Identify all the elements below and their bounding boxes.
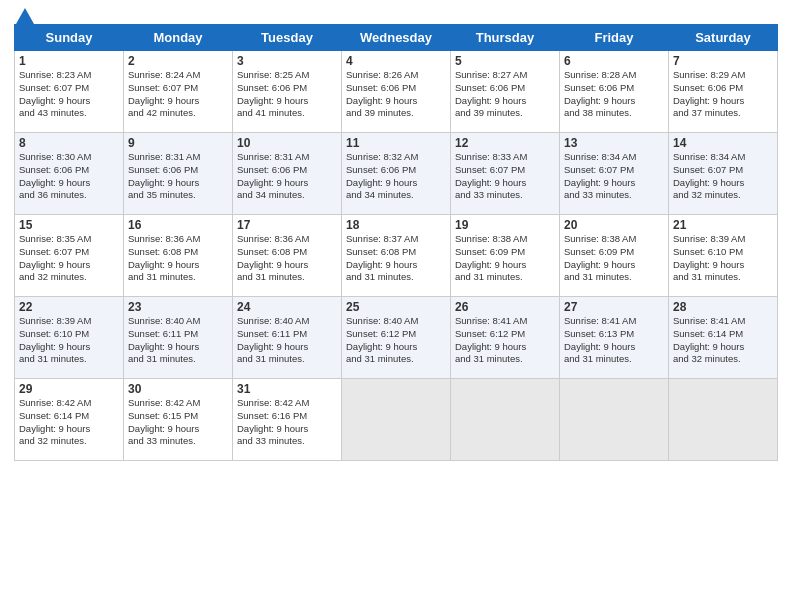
calendar-cell: 1Sunrise: 8:23 AMSunset: 6:07 PMDaylight… bbox=[15, 51, 124, 133]
daylight-text: and 33 minutes. bbox=[455, 189, 555, 202]
daylight-text: Daylight: 9 hours bbox=[455, 341, 555, 354]
week-row-4: 22Sunrise: 8:39 AMSunset: 6:10 PMDayligh… bbox=[15, 297, 778, 379]
calendar-cell: 27Sunrise: 8:41 AMSunset: 6:13 PMDayligh… bbox=[560, 297, 669, 379]
calendar-cell: 6Sunrise: 8:28 AMSunset: 6:06 PMDaylight… bbox=[560, 51, 669, 133]
daylight-text: Daylight: 9 hours bbox=[19, 177, 119, 190]
sunset-text: Sunset: 6:07 PM bbox=[128, 82, 228, 95]
calendar-cell: 12Sunrise: 8:33 AMSunset: 6:07 PMDayligh… bbox=[451, 133, 560, 215]
daylight-text: and 33 minutes. bbox=[564, 189, 664, 202]
sunset-text: Sunset: 6:16 PM bbox=[237, 410, 337, 423]
sunrise-text: Sunrise: 8:28 AM bbox=[564, 69, 664, 82]
day-number: 2 bbox=[128, 54, 228, 68]
daylight-text: and 34 minutes. bbox=[346, 189, 446, 202]
sunrise-text: Sunrise: 8:32 AM bbox=[346, 151, 446, 164]
daylight-text: Daylight: 9 hours bbox=[237, 423, 337, 436]
calendar-cell: 29Sunrise: 8:42 AMSunset: 6:14 PMDayligh… bbox=[15, 379, 124, 461]
week-row-1: 1Sunrise: 8:23 AMSunset: 6:07 PMDaylight… bbox=[15, 51, 778, 133]
day-number: 29 bbox=[19, 382, 119, 396]
day-number: 23 bbox=[128, 300, 228, 314]
day-number: 11 bbox=[346, 136, 446, 150]
daylight-text: and 42 minutes. bbox=[128, 107, 228, 120]
calendar-cell: 19Sunrise: 8:38 AMSunset: 6:09 PMDayligh… bbox=[451, 215, 560, 297]
daylight-text: and 36 minutes. bbox=[19, 189, 119, 202]
calendar-cell: 26Sunrise: 8:41 AMSunset: 6:12 PMDayligh… bbox=[451, 297, 560, 379]
calendar-cell: 23Sunrise: 8:40 AMSunset: 6:11 PMDayligh… bbox=[124, 297, 233, 379]
daylight-text: Daylight: 9 hours bbox=[19, 95, 119, 108]
calendar-cell: 8Sunrise: 8:30 AMSunset: 6:06 PMDaylight… bbox=[15, 133, 124, 215]
daylight-text: Daylight: 9 hours bbox=[19, 423, 119, 436]
daylight-text: Daylight: 9 hours bbox=[564, 259, 664, 272]
sunrise-text: Sunrise: 8:33 AM bbox=[455, 151, 555, 164]
sunset-text: Sunset: 6:14 PM bbox=[673, 328, 773, 341]
calendar-cell: 24Sunrise: 8:40 AMSunset: 6:11 PMDayligh… bbox=[233, 297, 342, 379]
sunrise-text: Sunrise: 8:35 AM bbox=[19, 233, 119, 246]
calendar-cell: 17Sunrise: 8:36 AMSunset: 6:08 PMDayligh… bbox=[233, 215, 342, 297]
daylight-text: Daylight: 9 hours bbox=[237, 177, 337, 190]
daylight-text: Daylight: 9 hours bbox=[673, 259, 773, 272]
sunrise-text: Sunrise: 8:24 AM bbox=[128, 69, 228, 82]
day-number: 20 bbox=[564, 218, 664, 232]
sunrise-text: Sunrise: 8:39 AM bbox=[673, 233, 773, 246]
calendar-cell: 28Sunrise: 8:41 AMSunset: 6:14 PMDayligh… bbox=[669, 297, 778, 379]
header bbox=[14, 10, 778, 20]
sunset-text: Sunset: 6:09 PM bbox=[455, 246, 555, 259]
sunrise-text: Sunrise: 8:31 AM bbox=[128, 151, 228, 164]
sunset-text: Sunset: 6:06 PM bbox=[346, 82, 446, 95]
logo bbox=[14, 14, 34, 20]
day-number: 14 bbox=[673, 136, 773, 150]
day-header-friday: Friday bbox=[560, 25, 669, 51]
daylight-text: Daylight: 9 hours bbox=[346, 95, 446, 108]
calendar-cell bbox=[451, 379, 560, 461]
daylight-text: Daylight: 9 hours bbox=[564, 177, 664, 190]
daylight-text: Daylight: 9 hours bbox=[673, 341, 773, 354]
daylight-text: and 41 minutes. bbox=[237, 107, 337, 120]
week-row-3: 15Sunrise: 8:35 AMSunset: 6:07 PMDayligh… bbox=[15, 215, 778, 297]
sunset-text: Sunset: 6:06 PM bbox=[19, 164, 119, 177]
day-number: 28 bbox=[673, 300, 773, 314]
calendar-cell: 2Sunrise: 8:24 AMSunset: 6:07 PMDaylight… bbox=[124, 51, 233, 133]
day-number: 18 bbox=[346, 218, 446, 232]
sunset-text: Sunset: 6:06 PM bbox=[673, 82, 773, 95]
daylight-text: and 31 minutes. bbox=[564, 271, 664, 284]
sunset-text: Sunset: 6:07 PM bbox=[673, 164, 773, 177]
sunrise-text: Sunrise: 8:42 AM bbox=[128, 397, 228, 410]
day-number: 10 bbox=[237, 136, 337, 150]
daylight-text: and 31 minutes. bbox=[19, 353, 119, 366]
sunset-text: Sunset: 6:10 PM bbox=[19, 328, 119, 341]
sunset-text: Sunset: 6:07 PM bbox=[19, 246, 119, 259]
daylight-text: Daylight: 9 hours bbox=[673, 177, 773, 190]
sunrise-text: Sunrise: 8:38 AM bbox=[455, 233, 555, 246]
sunset-text: Sunset: 6:07 PM bbox=[19, 82, 119, 95]
daylight-text: and 34 minutes. bbox=[237, 189, 337, 202]
sunset-text: Sunset: 6:06 PM bbox=[564, 82, 664, 95]
calendar-cell: 11Sunrise: 8:32 AMSunset: 6:06 PMDayligh… bbox=[342, 133, 451, 215]
sunset-text: Sunset: 6:06 PM bbox=[346, 164, 446, 177]
sunrise-text: Sunrise: 8:41 AM bbox=[564, 315, 664, 328]
sunset-text: Sunset: 6:10 PM bbox=[673, 246, 773, 259]
sunset-text: Sunset: 6:14 PM bbox=[19, 410, 119, 423]
sunrise-text: Sunrise: 8:38 AM bbox=[564, 233, 664, 246]
calendar-cell: 25Sunrise: 8:40 AMSunset: 6:12 PMDayligh… bbox=[342, 297, 451, 379]
daylight-text: and 31 minutes. bbox=[455, 353, 555, 366]
day-number: 30 bbox=[128, 382, 228, 396]
day-number: 17 bbox=[237, 218, 337, 232]
calendar-cell: 20Sunrise: 8:38 AMSunset: 6:09 PMDayligh… bbox=[560, 215, 669, 297]
daylight-text: and 37 minutes. bbox=[673, 107, 773, 120]
day-number: 27 bbox=[564, 300, 664, 314]
calendar-cell: 16Sunrise: 8:36 AMSunset: 6:08 PMDayligh… bbox=[124, 215, 233, 297]
day-header-monday: Monday bbox=[124, 25, 233, 51]
day-number: 7 bbox=[673, 54, 773, 68]
calendar-container: SundayMondayTuesdayWednesdayThursdayFrid… bbox=[0, 0, 792, 467]
calendar-cell: 14Sunrise: 8:34 AMSunset: 6:07 PMDayligh… bbox=[669, 133, 778, 215]
sunrise-text: Sunrise: 8:39 AM bbox=[19, 315, 119, 328]
calendar-cell: 7Sunrise: 8:29 AMSunset: 6:06 PMDaylight… bbox=[669, 51, 778, 133]
day-number: 13 bbox=[564, 136, 664, 150]
calendar-cell bbox=[669, 379, 778, 461]
calendar-cell: 30Sunrise: 8:42 AMSunset: 6:15 PMDayligh… bbox=[124, 379, 233, 461]
daylight-text: Daylight: 9 hours bbox=[346, 177, 446, 190]
calendar-cell bbox=[560, 379, 669, 461]
sunset-text: Sunset: 6:06 PM bbox=[128, 164, 228, 177]
day-number: 19 bbox=[455, 218, 555, 232]
daylight-text: and 31 minutes. bbox=[346, 353, 446, 366]
calendar-cell: 15Sunrise: 8:35 AMSunset: 6:07 PMDayligh… bbox=[15, 215, 124, 297]
